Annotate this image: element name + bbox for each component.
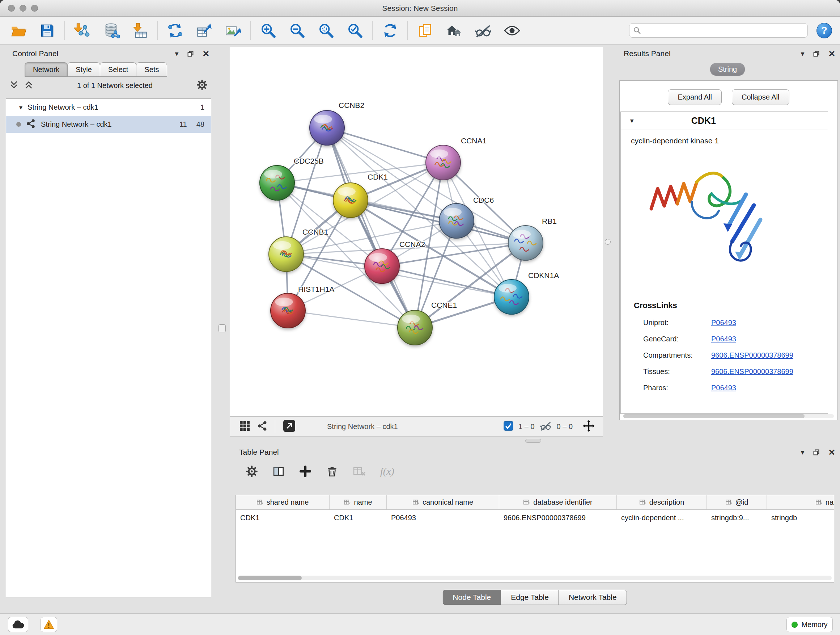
column-header-namespace[interactable]: namespace [767, 495, 834, 509]
cloud-status-button[interactable] [8, 617, 28, 632]
hide-graphics-details-button[interactable] [473, 20, 493, 41]
cell-shared-name[interactable]: CDK1 [236, 510, 330, 526]
close-panel-icon[interactable]: × [829, 48, 835, 59]
close-panel-icon[interactable]: × [202, 48, 209, 59]
network-node-CDKN1A[interactable]: CDKN1A [494, 271, 559, 314]
collapse-all-nodes-icon[interactable] [24, 80, 33, 91]
column-header-shared-name[interactable]: shared name [236, 495, 330, 509]
cell-description[interactable]: cyclin-dependent ... [617, 510, 707, 526]
hidden-glasses-icon[interactable] [540, 420, 552, 432]
network-node-CCNB1[interactable]: CCNB1 [269, 228, 328, 272]
show-columns-button[interactable] [272, 465, 285, 478]
cell-namespace[interactable]: stringdb [767, 510, 834, 526]
crosslink-compartments[interactable]: 9606.ENSP00000378699 [711, 351, 793, 359]
save-session-button[interactable] [37, 20, 57, 41]
import-table-button[interactable] [130, 20, 150, 41]
left-splitter-handle[interactable] [218, 325, 226, 333]
panel-menu-icon[interactable]: ▾ [801, 448, 804, 456]
column-header-id[interactable]: @id [707, 495, 767, 509]
network-node-CDK1[interactable]: CDK1 [333, 173, 388, 218]
search-field[interactable] [629, 23, 808, 38]
import-network-button[interactable] [73, 20, 92, 41]
export-network-button[interactable] [165, 20, 185, 41]
help-button[interactable]: ? [816, 23, 832, 38]
zoom-fit-button[interactable] [316, 20, 336, 41]
homes-button[interactable] [444, 20, 464, 41]
column-header-canonical-name[interactable]: canonical name [387, 495, 499, 509]
results-horizontal-scrollbar[interactable] [623, 414, 834, 418]
column-header-description[interactable]: description [617, 495, 707, 509]
collapse-all-button[interactable]: Collapse All [732, 89, 789, 105]
scrollbar-thumb[interactable] [238, 576, 302, 580]
table-row[interactable]: CDK1CDK1P064939606.ENSP00000378699cyclin… [236, 510, 834, 526]
refresh-layout-button[interactable] [380, 20, 400, 41]
panel-menu-icon[interactable]: ▾ [175, 50, 178, 57]
function-builder-button-disabled[interactable]: f(x) [380, 466, 394, 477]
right-splitter-handle[interactable] [605, 239, 611, 245]
export-table-button[interactable] [194, 20, 214, 41]
crosslink-tissues[interactable]: 9606.ENSP00000378699 [711, 367, 793, 376]
network-edge[interactable] [327, 128, 443, 163]
tab-edge-table[interactable]: Edge Table [501, 590, 559, 605]
tab-style[interactable]: Style [67, 62, 100, 77]
zoom-out-button[interactable] [287, 20, 307, 41]
delete-table-button-disabled[interactable] [353, 465, 366, 478]
expand-all-button[interactable]: Expand All [668, 89, 722, 105]
network-graph[interactable]: CCNB2CCNA1CDC25BCDK1CDC6RB1CCNB1CCNA2CDK… [230, 47, 603, 416]
column-header-name[interactable]: name [330, 495, 387, 509]
open-session-button[interactable] [8, 20, 28, 41]
panel-menu-icon[interactable]: ▾ [801, 50, 804, 57]
network-node-CCNB2[interactable]: CCNB2 [309, 101, 364, 145]
birdseye-view-icon[interactable] [240, 421, 250, 432]
network-view-canvas[interactable]: CCNB2CCNA1CDC25BCDK1CDC6RB1CCNB1CCNA2CDK… [230, 47, 603, 416]
network-node-RB1[interactable]: RB1 [508, 217, 557, 260]
network-collection-row[interactable]: ▾ String Network – cdk1 1 [6, 99, 211, 116]
horizontal-splitter-handle[interactable] [525, 439, 541, 443]
search-input[interactable] [644, 27, 804, 35]
crosslink-pharos[interactable]: P06493 [711, 384, 736, 392]
pan-crosshair-icon[interactable] [583, 420, 595, 433]
network-edge[interactable] [327, 128, 415, 328]
close-panel-icon[interactable]: × [829, 447, 835, 458]
tab-network-table[interactable]: Network Table [559, 590, 627, 605]
show-graphics-details-button[interactable] [502, 20, 522, 41]
export-image-button[interactable] [223, 20, 243, 41]
disclosure-triangle-icon[interactable]: ▾ [19, 103, 22, 111]
table-options-gear-button[interactable] [246, 465, 258, 478]
open-in-window-icon[interactable] [283, 419, 296, 434]
tab-network[interactable]: Network [25, 62, 68, 77]
import-network-database-button[interactable] [101, 20, 121, 41]
crosslink-uniprot[interactable]: P06493 [711, 318, 736, 327]
network-share-icon[interactable] [257, 421, 268, 432]
float-panel-icon[interactable] [813, 449, 820, 456]
section-disclosure-icon[interactable]: ▾ [630, 117, 634, 125]
crosslink-genecard[interactable]: P06493 [711, 335, 736, 343]
selected-checkbox-icon[interactable] [504, 421, 513, 432]
zoom-in-button[interactable] [258, 20, 278, 41]
network-edge[interactable] [288, 310, 415, 328]
network-node-CDC6[interactable]: CDC6 [439, 196, 494, 238]
string-tab-badge[interactable]: String [710, 63, 745, 76]
cell-database-identifier[interactable]: 9606.ENSP00000378699 [499, 510, 617, 526]
memory-button[interactable]: Memory [786, 617, 833, 632]
add-column-button[interactable] [299, 465, 311, 478]
network-node-CCNA1[interactable]: CCNA1 [426, 136, 486, 180]
zoom-selected-button[interactable] [345, 20, 365, 41]
cell-canonical-name[interactable]: P06493 [387, 510, 499, 526]
float-panel-icon[interactable] [813, 50, 820, 57]
tab-select[interactable]: Select [100, 62, 137, 77]
expand-all-nodes-icon[interactable] [9, 80, 19, 91]
duplicate-pages-button[interactable] [415, 20, 435, 41]
cell-name[interactable]: CDK1 [330, 510, 387, 526]
tab-node-table[interactable]: Node Table [442, 590, 501, 605]
delete-column-button[interactable] [326, 465, 338, 478]
column-header-database-identifier[interactable]: database identifier [499, 495, 617, 509]
network-options-gear-icon[interactable] [196, 79, 208, 92]
float-panel-icon[interactable] [187, 50, 194, 57]
network-row-selected[interactable]: String Network – cdk1 11 48 [6, 116, 211, 133]
table-horizontal-scrollbar[interactable] [238, 576, 832, 580]
tab-sets[interactable]: Sets [136, 62, 167, 77]
network-node-HIST1H1A[interactable]: HIST1H1A [271, 285, 334, 328]
warnings-button[interactable] [41, 617, 57, 632]
cell-id[interactable]: stringdb:9... [707, 510, 767, 526]
